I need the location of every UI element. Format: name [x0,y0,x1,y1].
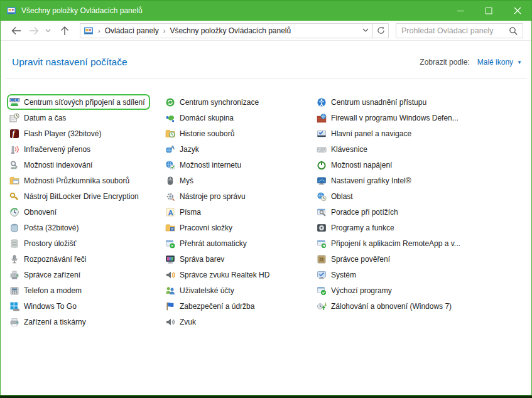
breadcrumb-root[interactable]: Ovládací panely [105,26,159,35]
control-panel-item[interactable]: Připojení k aplikacím RemoteApp a v... [314,235,465,251]
control-panel-item[interactable]: Domácí skupina [163,110,239,126]
breadcrumb-current[interactable]: Všechny položky Ovládacích panelů [170,26,291,35]
control-panel-items: Centrum síťových připojení a sdíleníDatu… [1,94,531,330]
up-button[interactable] [57,23,73,39]
address-dropdown-icon[interactable] [359,24,372,38]
color-management-icon [165,254,175,264]
control-panel-item[interactable]: Možnosti indexování [7,157,97,173]
control-panel-item[interactable]: Systém [314,267,361,282]
internet-options-icon [165,160,175,170]
control-panel-item[interactable]: Firewall v programu Windows Defen... [314,110,464,126]
control-panel-item[interactable]: Infračervený přenos [7,141,95,157]
control-panel-item[interactable]: Windows To Go [7,298,82,314]
control-panel-item[interactable]: Centrum synchronizace [163,94,264,110]
control-panel-item[interactable]: Správa barev [163,251,229,267]
control-panel-item[interactable]: Nástroj BitLocker Drive Encryption [7,188,144,204]
mail-icon [9,223,19,233]
item-label: Možnosti Průzkumníka souborů [24,176,129,185]
mouse-icon [165,176,175,186]
minimize-button[interactable] [447,1,475,21]
file-history-icon [165,129,175,139]
flash-player-icon: f [9,129,19,139]
credential-manager-icon [317,254,327,264]
control-panel-item[interactable]: Přehrát automaticky [163,235,252,251]
control-panel-item[interactable]: Zálohování a obnovení (Windows 7) [314,298,457,314]
control-panel-item[interactable]: APísma [163,204,206,220]
control-panel-item[interactable]: Centrum usnadnění přístupu [314,94,432,110]
control-panel-item[interactable]: Zvuk [163,314,201,330]
navigation-bar: › Ovládací panely › Všechny položky Ovlá… [1,21,531,41]
control-panel-item[interactable]: Hlavní panel a navigace [314,126,416,141]
control-panel-item[interactable]: Správce pověření [314,251,395,267]
control-panel-item[interactable]: Myš [163,173,198,188]
control-panel-item[interactable]: Možnosti napájení [314,157,397,173]
title-bar: Všechny položky Ovládacích panelů [1,0,531,21]
intel-graphics-icon [317,176,327,186]
security-maintenance-icon [165,301,175,311]
item-label: Centrum síťových připojení a sdílení [24,98,145,107]
control-panel-item[interactable]: Zařízení a tiskárny [7,314,91,330]
item-label: Telefon a modem [24,286,82,295]
control-panel-item[interactable]: Oblast [314,188,358,204]
control-panel-item[interactable]: Poradce při potížích [314,204,403,220]
user-accounts-icon [165,286,175,296]
storage-spaces-icon [9,239,19,249]
item-label: Možnosti internetu [180,161,241,169]
control-panel-item[interactable]: Zabezpečení a údržba [163,298,259,314]
item-label: Klávesnice [331,145,367,154]
control-panel-item[interactable]: Pošta (32bitové) [7,220,84,235]
search-input[interactable] [400,24,511,38]
search-icon[interactable] [509,26,518,36]
control-panel-item[interactable]: Centrum síťových připojení a sdílení [7,94,150,110]
control-panel-item[interactable]: Nástroje pro správu [163,188,251,204]
control-panel-item[interactable]: Správce zařízení [7,267,85,282]
page-title: Upravit nastavení počítače [12,56,128,68]
control-panel-item[interactable]: Obnovení [7,204,62,220]
control-panel-item[interactable]: Prostory úložišť [7,235,81,251]
control-panel-item[interactable]: Uživatelské účty [163,282,239,298]
item-label: Uživatelské účty [180,286,234,295]
fonts-icon: A [165,207,175,217]
control-panel-item[interactable]: Programy a funkce [314,220,399,235]
control-panel-item[interactable]: Možnosti internetu [163,157,246,173]
back-button[interactable] [8,23,24,39]
refresh-button[interactable] [372,23,389,38]
close-button[interactable] [503,1,531,21]
item-label: Firewall v programu Windows Defen... [331,114,459,122]
recent-pages-chevron-icon[interactable] [43,23,53,39]
control-panel-item[interactable]: Telefon a modem [7,282,87,298]
view-by-value[interactable]: Malé ikony [477,58,513,67]
date-time-icon [9,113,19,123]
item-label: Obnovení [24,208,57,217]
view-by-label: Zobrazit podle: [420,58,469,67]
firewall-icon [317,113,327,123]
control-panel-item[interactable]: Datum a čas [7,110,71,126]
control-panel-item[interactable]: Správce zvuku Realtek HD [163,267,274,282]
breadcrumb-separator-icon: › [94,27,105,35]
network-sharing-center-icon [9,97,19,107]
control-panel-item[interactable]: Rozpoznávání řeči [7,251,91,267]
maximize-button[interactable] [475,1,503,21]
control-panel-item[interactable]: Pracovní složky [163,220,237,235]
control-panel-item[interactable]: Klávesnice [314,141,372,157]
control-panel-item[interactable]: Nastavení grafiky Intel® [314,173,416,188]
items-column-3: Centrum usnadnění přístupuFirewall v pro… [317,94,524,330]
item-label: Systém [331,271,356,279]
remoteapp-icon [317,239,327,249]
items-column-1: Centrum síťových připojení a sdíleníDatu… [9,94,165,330]
phone-modem-icon [9,286,19,296]
address-bar[interactable]: › Ovládací panely › Všechny položky Ovlá… [80,23,389,38]
control-panel-icon [6,6,16,16]
control-panel-item[interactable]: AJazyk [163,141,204,157]
item-label: Centrum usnadnění přístupu [331,98,426,107]
view-by-dropdown[interactable]: Malé ikony ▼ [477,58,522,67]
control-panel-item[interactable]: Historie souborů [163,126,239,141]
control-panel-window: Všechny položky Ovládacích panelů › [0,0,532,395]
control-panel-item[interactable]: fFlash Player (32bitové) [7,126,106,141]
control-panel-item[interactable]: Možnosti Průzkumníka souborů [7,173,134,188]
items-column-2: Centrum synchronizaceDomácí skupinaHisto… [165,94,317,330]
control-panel-item[interactable]: Výchozí programy [314,282,397,298]
autoplay-icon [165,239,175,249]
item-label: Myš [180,176,193,185]
forward-button[interactable] [26,23,42,39]
